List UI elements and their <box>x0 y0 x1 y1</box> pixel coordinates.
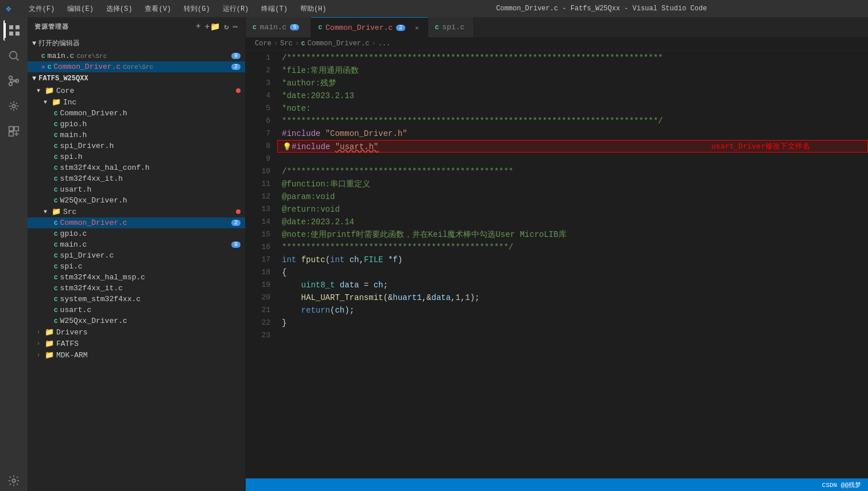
code-line-6: ****************************************… <box>277 115 868 127</box>
tree-file-W25Qxx_Driver-h[interactable]: CW25Qxx_Driver.h <box>28 195 245 206</box>
modified-icon: ✕ <box>41 63 45 71</box>
file-label: system_stm32f4xx.c <box>60 295 141 303</box>
open-editors-section[interactable]: ▼ 打开的编辑器 <box>28 36 245 50</box>
tree-drivers[interactable]: › 📁 Drivers <box>28 326 245 338</box>
file-label: main.c <box>60 240 87 249</box>
menu-run[interactable]: 运行(R) <box>220 3 252 15</box>
code-line-3: *author:残梦 <box>277 77 868 89</box>
bc-sep3: › <box>371 40 375 48</box>
file-label: spi.c <box>60 262 83 271</box>
tab-common-driver[interactable]: C Common_Driver.c 2 ✕ <box>311 17 428 37</box>
line-number-5: 5 <box>246 102 270 115</box>
bc-file[interactable]: Common_Driver.c <box>307 40 369 48</box>
activity-settings[interactable] <box>3 470 24 491</box>
svg-point-5 <box>12 104 16 108</box>
tab-spi[interactable]: C spi.c <box>428 17 474 37</box>
c-file-icon2: C <box>48 64 52 71</box>
collapse-icon[interactable]: ⋯ <box>233 22 238 32</box>
tree-file-spi_Driver-c[interactable]: Cspi_Driver.c <box>28 250 245 261</box>
line-number-7: 7 <box>246 127 270 140</box>
code-content[interactable]: /***************************************… <box>277 50 868 478</box>
vscode-logo: ❖ <box>6 3 11 14</box>
tree-file-stm32f4xx_it-c[interactable]: Cstm32f4xx_it.c <box>28 283 245 294</box>
svg-rect-7 <box>14 127 18 131</box>
fatfs-arrow: ▼ <box>32 75 36 83</box>
folder-icon: 📁 <box>45 86 54 95</box>
tree-file-Common_Driver-c[interactable]: CCommon_Driver.c2 <box>28 217 245 228</box>
sidebar-header: 资源管理器 + +📁 ↻ ⋯ <box>28 17 245 36</box>
code-line-8: 💡#include "usart.h"usart_Driver修改下文件名 <box>277 140 868 153</box>
svg-point-0 <box>10 52 17 59</box>
sidebar-header-icons[interactable]: + +📁 ↻ ⋯ <box>196 22 238 32</box>
tree-file-spi_Driver-h[interactable]: Cspi_Driver.h <box>28 141 245 151</box>
menu-goto[interactable]: 转到(G) <box>181 3 213 15</box>
c-icon: C <box>54 110 58 117</box>
tab-main[interactable]: C main.c 9 <box>246 17 311 37</box>
code-line-11: @function:串口重定义 <box>277 178 868 190</box>
code-line-20: HAL_UART_Transmit(&huart1,&data,1,1); <box>277 291 868 304</box>
tree-core[interactable]: ▼ 📁 Core <box>28 85 245 96</box>
c-icon: C <box>54 132 58 139</box>
tree-src[interactable]: ▼ 📁 Src <box>28 206 245 217</box>
tree-file-system_stm32f4xx-c[interactable]: Csystem_stm32f4xx.c <box>28 294 245 305</box>
code-line-9 <box>277 153 868 165</box>
menu-help[interactable]: 帮助(H) <box>297 3 330 15</box>
line-number-9: 9 <box>246 153 270 165</box>
menu-terminal[interactable]: 终端(T) <box>258 3 290 15</box>
file-label: usart.c <box>60 306 92 314</box>
file-label: Common_Driver.h <box>60 109 127 118</box>
tree-file-usart-c[interactable]: Cusart.c <box>28 305 245 315</box>
folder-icon5: 📁 <box>45 339 54 348</box>
fatfs-root[interactable]: ▼ FATFS_W25QXX <box>28 72 245 85</box>
tab-common-close[interactable]: ✕ <box>413 24 421 32</box>
bc-dots[interactable]: ... <box>378 40 391 48</box>
tree-mdk[interactable]: › 📁 MDK-ARM <box>28 349 245 361</box>
activity-source-control[interactable] <box>3 71 24 91</box>
bc-src[interactable]: Src <box>280 40 293 48</box>
tree-file-Common_Driver-h[interactable]: CCommon_Driver.h <box>28 108 245 119</box>
c-icon: C <box>54 318 58 325</box>
activity-bar <box>0 17 28 491</box>
tree-file-main-h[interactable]: Cmain.h <box>28 130 245 141</box>
fatfs-arrow2: › <box>37 341 45 347</box>
file-label: stm32f4xx_it.h <box>60 174 123 183</box>
tree-fatfs[interactable]: › 📁 FATFS <box>28 338 245 349</box>
menu-bar[interactable]: 文件(F) 编辑(E) 选择(S) 查看(V) 转到(G) 运行(R) 终端(T… <box>26 3 330 15</box>
tree-file-gpio-h[interactable]: Cgpio.h <box>28 119 245 130</box>
tree-file-spi-h[interactable]: Cspi.h <box>28 151 245 162</box>
open-editors-label: 打开的编辑器 <box>38 38 80 48</box>
tree-file-main-c[interactable]: Cmain.c9 <box>28 239 245 250</box>
tree-file-stm32f4xx_hal_msp-c[interactable]: Cstm32f4xx_hal_msp.c <box>28 272 245 283</box>
bc-core[interactable]: Core <box>255 40 272 48</box>
new-file-icon[interactable]: + <box>196 22 201 32</box>
activity-debug[interactable] <box>3 96 24 116</box>
code-line-2: *file:常用通用函数 <box>277 64 868 77</box>
open-file-common-driver[interactable]: ✕ C Common_Driver.c Core\Src 2 <box>28 61 245 72</box>
line-number-23: 23 <box>246 329 270 342</box>
tree-file-W25Qxx_Driver-c[interactable]: CW25Qxx_Driver.c <box>28 315 245 326</box>
c-icon: C <box>54 143 58 150</box>
activity-search[interactable] <box>3 45 24 66</box>
open-file-main[interactable]: C main.c Core\Src 9 <box>28 50 245 61</box>
tree-file-stm32f4xx_it-h[interactable]: Cstm32f4xx_it.h <box>28 173 245 184</box>
line-number-2: 2 <box>246 64 270 77</box>
tree-inc[interactable]: ▼ 📁 Inc <box>28 96 245 108</box>
menu-view[interactable]: 查看(V) <box>142 3 174 15</box>
c-icon: C <box>54 241 58 248</box>
tree-file-gpio-c[interactable]: Cgpio.c <box>28 228 245 239</box>
activity-explorer[interactable] <box>3 20 24 41</box>
line-number-4: 4 <box>246 89 270 102</box>
fatfs-label2: FATFS <box>56 340 79 348</box>
menu-select[interactable]: 选择(S) <box>103 3 135 15</box>
new-folder-icon[interactable]: +📁 <box>205 22 220 32</box>
svg-line-1 <box>16 58 18 60</box>
menu-file[interactable]: 文件(F) <box>26 3 58 15</box>
activity-extensions[interactable] <box>3 121 24 142</box>
menu-edit[interactable]: 编辑(E) <box>64 3 96 15</box>
refresh-icon[interactable]: ↻ <box>224 22 229 32</box>
code-editor[interactable]: 1234567891011121314151617181920212223 /*… <box>246 50 868 478</box>
tree-file-spi-c[interactable]: Cspi.c <box>28 261 245 272</box>
tree-file-stm32f4xx_hal_conf-h[interactable]: Cstm32f4xx_hal_conf.h <box>28 162 245 173</box>
file-label: usart.h <box>60 185 92 194</box>
tree-file-usart-h[interactable]: Cusart.h <box>28 184 245 195</box>
